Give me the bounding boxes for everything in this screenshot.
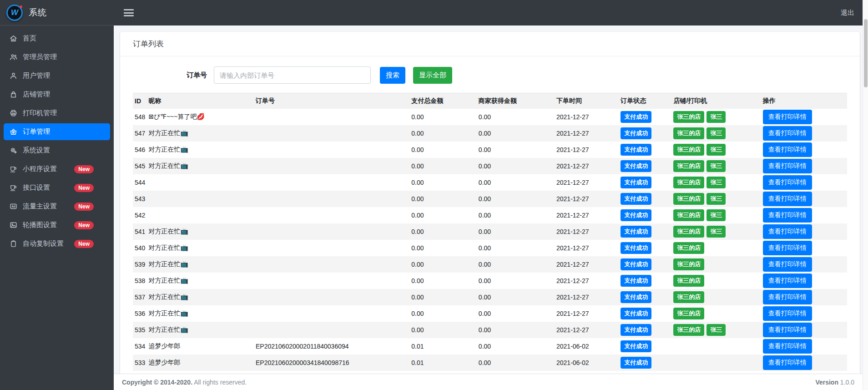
view-print-detail-button[interactable]: 查看打印详情 [763,257,812,272]
cell-action: 查看打印详情 [763,355,847,371]
view-print-detail-button[interactable]: 查看打印详情 [763,224,812,239]
logout-link[interactable]: 退出 [841,9,854,17]
cell-pay-amount: 0.00 [411,256,479,273]
sidebar-item-clipboard[interactable]: 自动复制设置 New [4,235,110,252]
view-print-detail-button[interactable]: 查看打印详情 [763,355,812,370]
view-print-detail-button[interactable]: 查看打印详情 [763,241,812,255]
status-badge: 支付成功 [621,357,651,369]
column-header: 商家获得金额 [479,93,556,109]
table-row: 544 0.00 0.00 2021-12-27 支付成功 张三的店张三 查看打… [133,174,847,191]
view-print-detail-button[interactable]: 查看打印详情 [763,142,812,157]
shop-badge: 张三 [707,226,726,238]
miniprogram-cup-icon [8,165,18,173]
order-basket-icon [8,128,18,136]
view-print-detail-button[interactable]: 查看打印详情 [763,192,812,206]
table-row: 548 ⊠び℉~~~算了吧💋 0.00 0.00 2021-12-27 支付成功… [133,109,847,125]
sidebar-item-carousel-image[interactable]: 轮播图设置 New [4,217,110,233]
cell-action: 查看打印详情 [763,256,847,273]
sidebar-item-miniprogram-cup[interactable]: 小程序设置 New [4,161,110,177]
cell-action: 查看打印详情 [763,174,847,191]
cell-action: 查看打印详情 [763,273,847,289]
cell-shops: 张三的店张三 [673,191,762,207]
column-header: ID [133,93,149,109]
cell-action: 查看打印详情 [763,305,847,322]
cell-id: 535 [133,322,149,338]
cell-order-no [256,273,411,289]
status-badge: 支付成功 [621,177,651,188]
cell-shops: 张三的店 [673,240,762,256]
sidebar-item-admins[interactable]: 管理员管理 [4,49,110,66]
cell-order-no [256,322,411,338]
cell-order-no [256,240,411,256]
view-print-detail-button[interactable]: 查看打印详情 [763,339,812,354]
cell-nickname: 对方正在忙📺 [149,273,256,289]
cell-order-no [256,174,411,191]
sidebar-item-ad[interactable]: Ad 流量主设置 New [4,198,110,215]
home-icon [8,35,18,43]
cell-merchant-amount: 0.00 [479,355,556,371]
cell-id: 547 [133,125,149,142]
topbar: 退出 [114,0,868,25]
view-print-detail-button[interactable]: 查看打印详情 [763,290,812,304]
sidebar-item-label: 流量主设置 [23,202,74,211]
cell-order-no: EP202106020000341840098716 [256,355,411,371]
cell-id: 542 [133,207,149,223]
cell-merchant-amount: 0.00 [479,256,556,273]
status-badge: 支付成功 [621,160,651,172]
cell-status: 支付成功 [621,355,673,371]
app-logo-icon: W [6,5,23,21]
user-icon [8,72,18,80]
sidebar-item-printer[interactable]: 打印机管理 [4,105,110,122]
cell-nickname: 对方正在忙📺 [149,125,256,142]
sidebar-item-shop-bag[interactable]: 店铺管理 [4,86,110,103]
shop-badge: 张三的店 [673,242,704,254]
brand[interactable]: W 系统 [0,0,114,25]
cell-shops: 张三的店张三 [673,207,762,223]
cell-order-time: 2021-12-27 [556,289,621,305]
cell-id: 540 [133,240,149,256]
status-badge: 支付成功 [621,127,651,139]
scrollbar-thumb[interactable] [864,19,868,87]
cell-order-no [256,256,411,273]
view-print-detail-button[interactable]: 查看打印详情 [763,126,812,141]
footer: Copyright © 2014-2020. All rights reserv… [114,374,868,390]
cell-shops: 张三的店 [673,305,762,322]
table-row: 540 对方正在忙📺 0.00 0.00 2021-12-27 支付成功 张三的… [133,240,847,256]
sidebar-toggle-button[interactable] [124,9,134,16]
new-badge: New [74,203,94,211]
cell-pay-amount: 0.00 [411,273,479,289]
view-print-detail-button[interactable]: 查看打印详情 [763,323,812,337]
cell-id: 534 [133,338,149,355]
order-table-body: 548 ⊠び℉~~~算了吧💋 0.00 0.00 2021-12-27 支付成功… [133,109,847,371]
view-print-detail-button[interactable]: 查看打印详情 [763,175,812,190]
sidebar-item-user[interactable]: 用户管理 [4,67,110,84]
order-no-input[interactable] [214,66,371,84]
search-button[interactable]: 搜索 [380,67,405,84]
order-table: ID昵称订单号支付总金额商家获得金额下单时间订单状态店铺/打印机操作 548 ⊠… [133,93,847,371]
sidebar-item-home[interactable]: 首页 [4,30,110,47]
view-print-detail-button[interactable]: 查看打印详情 [763,159,812,173]
shop-badge: 张三 [707,160,726,172]
status-badge: 支付成功 [621,324,651,336]
cell-order-no [256,223,411,240]
vertical-scrollbar [863,0,868,390]
cell-status: 支付成功 [621,223,673,240]
sidebar-item-order-basket[interactable]: 订单管理 [4,123,110,140]
cell-shops: 张三的店 [673,256,762,273]
show-all-button[interactable]: 显示全部 [413,67,452,84]
cell-merchant-amount: 0.00 [479,289,556,305]
cell-order-time: 2021-06-02 [556,338,621,355]
view-print-detail-button[interactable]: 查看打印详情 [763,208,812,223]
cell-action: 查看打印详情 [763,223,847,240]
table-row: 541 对方正在忙📺 0.00 0.00 2021-12-27 支付成功 张三的… [133,223,847,240]
column-header: 订单状态 [621,93,673,109]
sidebar-item-gears[interactable]: 系统设置 [4,142,110,159]
sidebar-item-api-cup[interactable]: 接口设置 New [4,179,110,196]
main-content: 订单列表 订单号 搜索 显示全部 ID昵称订单号支付总金额商家获得金额下单时间订… [114,25,868,374]
brand-title: 系统 [29,7,47,19]
view-print-detail-button[interactable]: 查看打印详情 [763,110,812,124]
sidebar-item-label: 接口设置 [23,183,74,192]
table-row: 543 0.00 0.00 2021-12-27 支付成功 张三的店张三 查看打… [133,191,847,207]
view-print-detail-button[interactable]: 查看打印详情 [763,274,812,288]
view-print-detail-button[interactable]: 查看打印详情 [763,306,812,321]
